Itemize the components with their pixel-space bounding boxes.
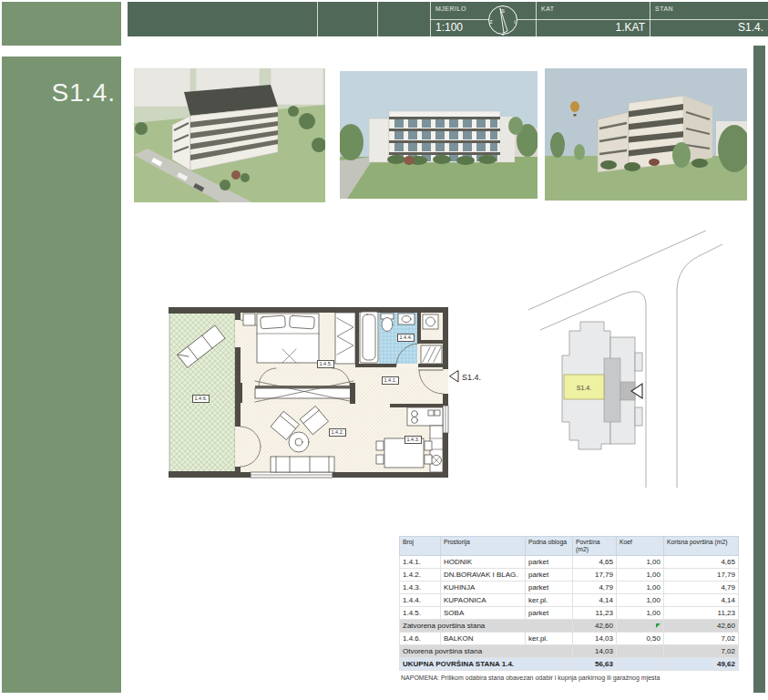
floor-label: KAT [541,5,555,12]
compass-icon: S Z I J [485,3,521,39]
table-header-row: Broj Prostorija Podna obloga Površina (m… [400,537,739,556]
cell: 56,63 [573,658,617,671]
cell: 4,65 [664,556,739,569]
cell: parket [526,607,573,620]
cell: 11,23 [573,607,617,620]
area-table: Broj Prostorija Podna obloga Površina (m… [399,536,738,671]
cell: 4,65 [573,556,617,569]
cell: 1,00 [617,607,664,620]
render-photo-aerial [134,68,325,202]
cell: 1.4.6. [400,633,441,645]
floor-value: 1.KAT [536,21,645,34]
cell: 1,00 [617,569,664,582]
scale-label: MJERILO [435,5,466,12]
cell: parket [526,582,573,594]
compass-north: S [501,8,505,14]
cell: 49,62 [664,658,739,671]
cell: 4,79 [573,582,617,594]
cell: 1.4.5. [400,607,441,620]
cell: 1,00 [617,582,664,594]
table-row: 1.4.4. KUPAONICA ker.pl. 4,14 1,00 4,14 [400,594,739,607]
subtotal-label: Zatvorena površina stana [400,620,573,633]
render-photo-angled [545,68,747,201]
floor-plan-sheet: S1.4. MJERILO 1:100 S Z I J KAT 1.KAT ST… [0,0,768,700]
col-broj: Broj [400,537,441,556]
napomena-note: NAPOMENA: Prilikom odabira stana obaveza… [401,674,747,681]
compass-south: J [502,31,505,36]
cell: 42,60 [573,620,617,633]
site-unit-label: S1.4. [577,385,591,391]
cell: 1.4.2. [400,569,441,582]
divider [536,19,650,20]
col-korisna: Korisna površina (m2) [664,537,739,556]
green-flag-icon [656,623,660,628]
cell: ker.pl. [526,633,573,645]
cell: 11,23 [664,607,739,620]
title-block: MJERILO 1:100 S Z I J KAT 1.KAT STAN S1.… [128,2,768,36]
unit-label: STAN [655,5,673,12]
cell: 1.4.4. [400,594,441,607]
cell: 7,02 [664,633,739,645]
scale-value: 1:100 [435,21,463,34]
sheet-code-label: S1.4. [52,78,116,108]
cell: 14,03 [573,645,617,658]
table-row-balkon: 1.4.6. BALKON ker.pl. 14,03 0,50 7,02 [400,633,739,645]
divider [377,2,378,36]
sidebar: S1.4. [2,57,121,693]
cell: 4,79 [664,582,739,594]
divider [650,19,768,20]
col-koef: Koef [617,537,664,556]
table-row: 1.4.5. SOBA parket 11,23 1,00 11,23 [400,607,739,620]
unit-value: S1.4. [650,21,763,34]
cell: 4,14 [573,594,617,607]
room-label-soba: 1.4.5. [317,360,334,368]
render-photo-front [340,71,538,199]
cell: 1,00 [617,594,664,607]
room-label-kupaonica: 1.4.4. [397,334,415,342]
room-label-kuhinja: 1.4.3. [404,436,422,444]
cell: parket [526,569,573,582]
cell: 1.4.1. [400,556,441,569]
col-povrsina: Površina (m2) [573,537,617,556]
cell: parket [526,556,573,569]
room-label-balkon: 1.4.6. [192,395,210,403]
room-label-hodnik: 1.4.1. [382,376,399,385]
table-row: 1.4.2. DN.BORAVAK I BLAG. parket 17,79 1… [400,569,739,582]
cell: KUHINJA [441,582,526,594]
total-label: UKUPNA POVRŠINA STANA 1.4. [400,658,573,671]
cell: HODNIK [441,556,526,569]
subtotal-open-row: Otvorena površina stana 14,03 7,02 [400,645,739,658]
cell: 7,02 [664,645,739,658]
col-prostorija: Prostorija [441,537,526,556]
total-row: UKUPNA POVRŠINA STANA 1.4. 56,63 49,62 [400,658,739,671]
cell: 17,79 [573,569,617,582]
cell: KUPAONICA [441,594,526,607]
cell: 1.4.3. [400,582,441,594]
cell: DN.BORAVAK I BLAG. [441,569,526,582]
subtotal-label: Otvorena površina stana [400,645,573,658]
plan-entrance-label: S1.4. [462,373,481,382]
room-label-boravak: 1.4.2. [329,428,346,437]
col-podna-obloga: Podna obloga [526,537,573,556]
sidebar-top-block [2,2,121,46]
cell: 42,60 [664,620,739,633]
cell: 4,14 [664,594,739,607]
cell: 1,00 [617,556,664,569]
cell: BALKON [441,633,526,645]
floor-plan-drawing: S1.4. 1.4.6. 1.4.5. 1.4.4. 1.4.1. 1.4.2.… [169,304,483,481]
table-row: 1.4.3. KUHINJA parket 4,79 1,00 4,79 [400,582,739,594]
cell: 14,03 [573,633,617,645]
cell: 17,79 [664,569,739,582]
cell: ker.pl. [526,594,573,607]
table-row: 1.4.1. HODNIK parket 4,65 1,00 4,65 [400,556,739,569]
divider [317,2,318,36]
cell: 0,50 [617,633,664,645]
subtotal-closed-row: Zatvorena površina stana 42,60 42,60 [400,620,739,633]
site-key-plan: S1.4. [524,214,756,506]
cell: SOBA [441,607,526,620]
